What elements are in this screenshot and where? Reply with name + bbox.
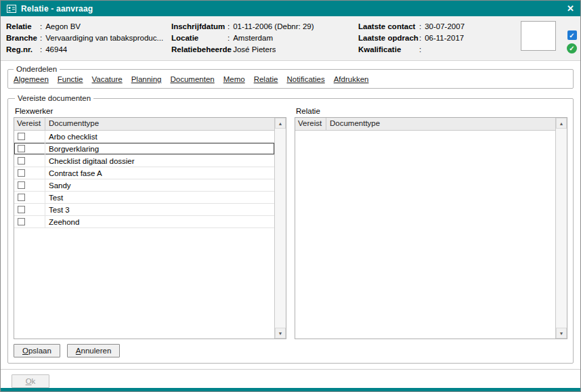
- vereist-cell: [14, 131, 45, 142]
- flexwerker-panel-title: Flexwerker: [14, 104, 286, 117]
- relation-card-icon: [7, 5, 16, 13]
- document-panels: Flexwerker Vereist Documenttype Arbo che…: [14, 102, 567, 339]
- tab-vacature[interactable]: Vacature: [92, 75, 123, 83]
- field-value: José Pieters: [233, 45, 276, 55]
- table-body: Arbo checklistBorgverklaringChecklist di…: [14, 131, 274, 339]
- field-label: Inschrijfdatum: [171, 22, 228, 32]
- vereist-checkbox[interactable]: [18, 145, 25, 152]
- section-tabs: AlgemeenFunctieVacaturePlanningDocumente…: [12, 74, 569, 83]
- relatie-aanvraag-window: Relatie - aanvraag ✕ Relatie:Aegon BV Br…: [0, 0, 581, 392]
- vereist-checkbox[interactable]: [18, 206, 25, 213]
- relatie-list: Vereist Documenttype ▲ ▼: [295, 117, 567, 339]
- field-branche: Branche:Vervaardiging van tabaksproduc..…: [6, 33, 171, 43]
- vereist-cell: [14, 155, 45, 167]
- vertical-scrollbar[interactable]: ▲ ▼: [555, 118, 567, 339]
- vereist-cell: [14, 192, 45, 203]
- field-regnr: Reg.nr.:46944: [6, 45, 171, 55]
- field-label: Relatiebeheerde: [171, 45, 228, 55]
- tab-memo[interactable]: Memo: [223, 75, 245, 83]
- flexwerker-panel: Flexwerker Vereist Documenttype Arbo che…: [14, 104, 286, 339]
- check-glyph: ✓: [569, 45, 574, 52]
- tab-documenten[interactable]: Documenten: [170, 75, 214, 83]
- onderdelen-group-label: Onderdelen: [14, 65, 60, 73]
- status-icons: ✓ ✓: [567, 30, 577, 53]
- field-value: Amsterdam: [233, 33, 273, 43]
- tab-algemeen[interactable]: Algemeen: [14, 75, 49, 83]
- column-header-documenttype[interactable]: Documenttype: [326, 118, 555, 130]
- table-row[interactable]: Sandy: [14, 179, 274, 192]
- field-inschrijfdatum: Inschrijfdatum:01-11-2006 (Debnr: 29): [171, 22, 358, 32]
- vereist-cell: [14, 216, 45, 227]
- vereiste-documenten-group-label: Vereiste documenten: [15, 94, 93, 102]
- scroll-down-button[interactable]: ▼: [556, 328, 567, 339]
- relatie-table: Vereist Documenttype: [295, 118, 555, 339]
- documenttype-cell: Test 3: [45, 204, 274, 215]
- column-header-vereist[interactable]: Vereist: [14, 118, 45, 130]
- table-row[interactable]: Zeehond: [14, 216, 274, 228]
- green-check-icon[interactable]: ✓: [567, 43, 577, 53]
- field-label: Locatie: [171, 33, 228, 43]
- field-value: Aegon BV: [45, 22, 81, 32]
- header-column-1: Relatie:Aegon BV Branche:Vervaardiging v…: [6, 22, 171, 60]
- vereist-checkbox[interactable]: [18, 181, 25, 189]
- bottom-accent-strip: [1, 388, 580, 391]
- titlebar: Relatie - aanvraag ✕: [1, 1, 580, 16]
- blue-checkbox-icon[interactable]: ✓: [567, 30, 577, 40]
- table-row[interactable]: Borgverklaring: [14, 143, 274, 155]
- relation-info-header: Relatie:Aegon BV Branche:Vervaardiging v…: [1, 16, 580, 61]
- column-header-vereist[interactable]: Vereist: [295, 118, 326, 130]
- field-label: Reg.nr.: [6, 45, 40, 55]
- arrow-down-icon: ▼: [559, 331, 564, 336]
- vereist-cell: [14, 179, 45, 191]
- table-row[interactable]: Arbo checklist: [14, 131, 274, 143]
- check-glyph: ✓: [569, 32, 574, 39]
- field-relatie: Relatie:Aegon BV: [6, 22, 171, 32]
- scroll-up-button[interactable]: ▲: [556, 118, 567, 129]
- vereist-checkbox[interactable]: [18, 133, 25, 140]
- documenttype-cell: Arbo checklist: [45, 131, 274, 142]
- tab-relatie[interactable]: Relatie: [254, 75, 278, 83]
- field-value: 01-11-2006 (Debnr: 29): [233, 22, 314, 32]
- tab-planning[interactable]: Planning: [131, 75, 162, 83]
- dialog-content: Onderdelen AlgemeenFunctieVacaturePlanni…: [1, 61, 580, 388]
- table-body: [295, 131, 555, 339]
- table-row[interactable]: Test 3: [14, 204, 274, 216]
- annuleren-button[interactable]: Annuleren: [67, 344, 120, 357]
- arrow-up-icon: ▲: [559, 121, 564, 126]
- table-header-row: Vereist Documenttype: [14, 118, 274, 131]
- table-row[interactable]: Checklist digitaal dossier: [14, 155, 274, 167]
- tab-afdrukken[interactable]: Afdrukken: [334, 75, 369, 83]
- field-label: Relatie: [6, 22, 40, 32]
- panel-buttons: Opslaan Annuleren: [14, 344, 567, 357]
- scroll-down-button[interactable]: ▼: [275, 328, 286, 339]
- tab-functie[interactable]: Functie: [58, 75, 83, 83]
- close-icon[interactable]: ✕: [567, 4, 574, 13]
- table-row[interactable]: Test: [14, 192, 274, 204]
- field-value: 30-07-2007: [425, 22, 465, 32]
- arrow-up-icon: ▲: [278, 121, 283, 126]
- scroll-up-button[interactable]: ▲: [275, 118, 286, 129]
- tab-notificaties[interactable]: Notificaties: [286, 75, 324, 83]
- field-value: 06-11-2017: [425, 33, 464, 43]
- vereist-cell: [14, 143, 45, 154]
- vereist-checkbox[interactable]: [18, 218, 25, 225]
- relatie-panel-title: Relatie: [295, 104, 567, 117]
- scrollbar-track[interactable]: [275, 129, 286, 328]
- vereist-checkbox[interactable]: [18, 194, 25, 201]
- table-row[interactable]: Contract fase A: [14, 167, 274, 179]
- documenttype-cell: Checklist digitaal dossier: [45, 155, 274, 167]
- vereist-cell: [14, 204, 45, 215]
- footer-separator: [1, 369, 580, 370]
- documenttype-cell: Test: [45, 192, 274, 203]
- vereist-checkbox[interactable]: [18, 157, 25, 165]
- column-header-documenttype[interactable]: Documenttype: [45, 118, 274, 130]
- documenttype-cell: Sandy: [45, 179, 274, 191]
- scrollbar-track[interactable]: [556, 129, 567, 328]
- flexwerker-table: Vereist Documenttype Arbo checklistBorgv…: [14, 118, 274, 339]
- vereist-checkbox[interactable]: [18, 169, 25, 177]
- field-value: Vervaardiging van tabaksproduc...: [45, 33, 163, 43]
- field-locatie: Locatie:Amsterdam: [171, 33, 358, 43]
- vertical-scrollbar[interactable]: ▲ ▼: [274, 118, 286, 339]
- opslaan-button[interactable]: Opslaan: [14, 344, 60, 357]
- ok-button[interactable]: Ok: [12, 374, 49, 388]
